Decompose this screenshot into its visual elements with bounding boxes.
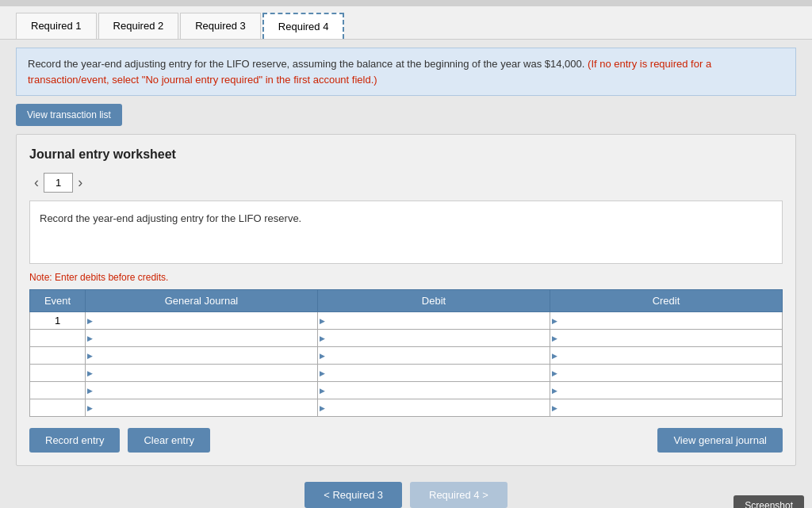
nav-row: ‹ 1 › <box>29 173 783 193</box>
view-transaction-button[interactable]: View transaction list <box>16 104 122 126</box>
table-row <box>30 382 783 399</box>
event-cell-1: 1 <box>30 312 86 330</box>
debit-cell-5[interactable] <box>318 382 550 399</box>
tab-required3[interactable]: Required 3 <box>180 13 261 39</box>
journal-input-1[interactable] <box>86 312 317 329</box>
view-general-journal-button[interactable]: View general journal <box>657 428 783 453</box>
col-debit: Debit <box>318 290 550 312</box>
journal-cell-5[interactable] <box>86 382 318 399</box>
journal-table: Event General Journal Debit Credit 1 <box>29 289 783 417</box>
credit-cell-5[interactable] <box>550 382 783 399</box>
page-number: 1 <box>44 173 73 193</box>
journal-input-4[interactable] <box>86 365 317 381</box>
debit-cell-1[interactable] <box>318 312 550 330</box>
journal-cell-1[interactable] <box>86 312 318 330</box>
debit-input-4[interactable] <box>318 365 550 381</box>
credit-cell-3[interactable] <box>550 347 783 365</box>
table-row <box>30 347 783 365</box>
event-cell-3 <box>30 347 86 365</box>
tab-required2[interactable]: Required 2 <box>98 13 179 39</box>
debit-input-2[interactable] <box>318 330 550 346</box>
credit-cell-4[interactable] <box>550 365 783 382</box>
debit-input-6[interactable] <box>318 399 550 416</box>
worksheet-title: Journal entry worksheet <box>29 147 783 162</box>
col-general-journal: General Journal <box>86 290 318 312</box>
event-cell-2 <box>30 330 86 347</box>
description-text: Record the year-end adjusting entry for … <box>40 212 301 224</box>
debit-input-3[interactable] <box>318 347 550 364</box>
debit-input-5[interactable] <box>318 382 550 399</box>
journal-input-5[interactable] <box>86 382 317 399</box>
prev-page-button[interactable]: ‹ <box>29 173 44 193</box>
journal-input-2[interactable] <box>86 330 317 346</box>
credit-input-6[interactable] <box>550 399 782 416</box>
required4-nav-button[interactable]: Required 4 > <box>410 482 508 508</box>
debit-input-1[interactable] <box>318 312 550 329</box>
col-credit: Credit <box>550 290 783 312</box>
tab-required1[interactable]: Required 1 <box>16 13 97 39</box>
debit-cell-6[interactable] <box>318 399 550 417</box>
instruction-main-text: Record the year-end adjusting entry for … <box>28 58 584 70</box>
table-row <box>30 330 783 347</box>
worksheet-panel: Journal entry worksheet ‹ 1 › Record the… <box>16 134 796 466</box>
credit-cell-2[interactable] <box>550 330 783 347</box>
table-row <box>30 365 783 382</box>
credit-input-1[interactable] <box>550 312 782 329</box>
description-box: Record the year-end adjusting entry for … <box>29 201 783 264</box>
journal-cell-3[interactable] <box>86 347 318 365</box>
instruction-box: Record the year-end adjusting entry for … <box>16 48 796 96</box>
tabs-container: Required 1 Required 2 Required 3 Require… <box>0 6 812 40</box>
credit-input-5[interactable] <box>550 382 782 399</box>
credit-cell-1[interactable] <box>550 312 783 330</box>
event-cell-4 <box>30 365 86 382</box>
credit-input-4[interactable] <box>550 365 782 381</box>
next-page-button[interactable]: › <box>73 173 87 193</box>
credit-input-3[interactable] <box>550 347 782 364</box>
table-row <box>30 399 783 417</box>
journal-input-3[interactable] <box>86 347 317 364</box>
bottom-nav: < Required 3 Required 4 > <box>0 482 812 508</box>
clear-entry-button[interactable]: Clear entry <box>128 428 210 453</box>
event-cell-5 <box>30 382 86 399</box>
journal-input-6[interactable] <box>86 399 317 416</box>
debit-cell-2[interactable] <box>318 330 550 347</box>
event-cell-6 <box>30 399 86 417</box>
debit-cell-4[interactable] <box>318 365 550 382</box>
action-buttons: Record entry Clear entry View general jo… <box>29 428 783 453</box>
debit-cell-3[interactable] <box>318 347 550 365</box>
record-entry-button[interactable]: Record entry <box>29 428 120 453</box>
credit-cell-6[interactable] <box>550 399 783 417</box>
top-bar <box>0 0 812 6</box>
col-event: Event <box>30 290 86 312</box>
credit-input-2[interactable] <box>550 330 782 346</box>
required3-nav-button[interactable]: < Required 3 <box>304 482 402 508</box>
journal-cell-2[interactable] <box>86 330 318 347</box>
note-text: Note: Enter debits before credits. <box>29 272 783 283</box>
journal-cell-6[interactable] <box>86 399 318 417</box>
journal-cell-4[interactable] <box>86 365 318 382</box>
screenshot-button[interactable]: Screenshot <box>733 495 804 508</box>
table-row: 1 <box>30 312 783 330</box>
tab-required4[interactable]: Required 4 <box>262 13 345 39</box>
